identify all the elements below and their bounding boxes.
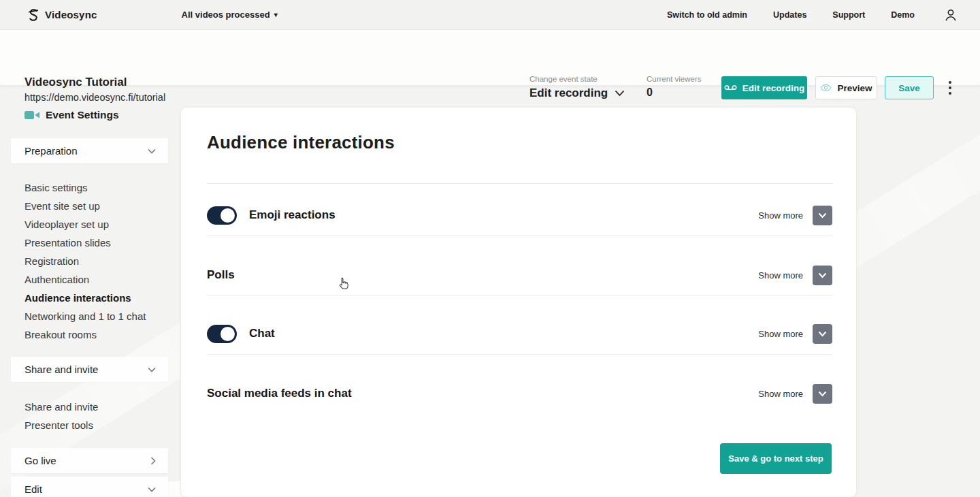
chat-toggle-on[interactable] [207,325,237,343]
edit-recording-button-label: Edit recording [742,83,805,93]
edit-recording-button[interactable]: Edit recording [721,76,807,99]
page-title: Audience interactions [207,132,395,153]
setting-row-emoji-reactions: Emoji reactions Show more [207,196,832,234]
divider [207,236,832,236]
divider [207,354,832,355]
sidebar-item-presentation-slides[interactable]: Presentation slides [24,234,146,252]
link-updates[interactable]: Updates [773,10,806,20]
link-support[interactable]: Support [832,10,865,20]
expand-chevron-button[interactable] [813,206,832,225]
save-and-next-step-label: Save & go to next step [728,453,823,464]
chevron-down-icon [148,148,156,154]
sidebar-item-registration[interactable]: Registration [24,252,146,270]
event-url[interactable]: https://demo.videosync.fi/tutorial [24,92,165,103]
expand-chevron-button[interactable] [813,324,832,344]
chevron-right-icon [150,457,156,465]
audience-interactions-panel: Audience interactions Emoji reactions Sh… [180,107,857,497]
videos-dropdown-label: All videos processed [182,10,270,20]
eye-icon [820,84,832,92]
brand-logo[interactable]: Videosync [27,7,97,22]
divider [207,183,832,184]
expand-chevron-button[interactable] [813,266,832,285]
save-and-next-step-button[interactable]: Save & go to next step [720,443,832,474]
show-more-link[interactable]: Show more [758,389,803,399]
sidebar-section-share-and-invite[interactable]: Share and invite [11,357,168,382]
event-settings-heading-label: Event Settings [46,109,119,121]
save-button-label: Save [898,83,920,93]
chevron-down-icon [148,487,156,492]
current-viewers-label: Current viewers [647,75,702,83]
row-label: Chat [249,327,275,340]
event-header: Videosync Tutorial https://demo.videosyn… [0,30,980,86]
hand-cursor-icon [337,276,350,295]
video-camera-icon [24,110,39,120]
videosync-admin-page: Videosync All videos processed ▾ Switch … [0,0,980,497]
save-button[interactable]: Save [885,76,934,99]
link-demo[interactable]: Demo [891,10,915,20]
settings-sidebar: Event Settings Preparation Basic setting… [0,86,170,497]
sidebar-item-audience-interactions[interactable]: Audience interactions [24,289,146,307]
sidebar-item-presenter-tools[interactable]: Presenter tools [24,416,98,434]
chevron-down-icon [818,212,827,219]
show-more-link[interactable]: Show more [758,210,803,221]
event-state-dropdown[interactable]: Edit recording [529,86,625,100]
sidebar-section-go-live[interactable]: Go live [11,448,168,473]
change-event-state-label: Change event state [529,75,598,83]
setting-row-chat: Chat Show more [207,315,832,353]
all-videos-processed-dropdown[interactable]: All videos processed ▾ [182,10,278,20]
section-edit-label: Edit [24,483,42,495]
section-share-label: Share and invite [24,364,98,375]
account-person-icon[interactable] [943,7,958,22]
sidebar-section-preparation[interactable]: Preparation [11,138,168,163]
share-items: Share and invite Presenter tools [24,398,98,434]
emoji-reactions-toggle-on[interactable] [207,206,237,225]
sidebar-item-videoplayer-set-up[interactable]: Videoplayer set up [24,215,146,234]
section-preparation-label: Preparation [24,145,78,157]
preview-button-label: Preview [837,83,872,93]
event-state-value: Edit recording [529,86,608,100]
link-switch-to-old-admin[interactable]: Switch to old admin [667,10,747,20]
setting-row-polls: Polls Show more [207,256,832,294]
row-label: Social media feeds in chat [207,387,352,400]
sidebar-item-breakout-rooms[interactable]: Breakout rooms [24,325,146,344]
sidebar-item-share-and-invite[interactable]: Share and invite [24,398,98,416]
event-title: Videosync Tutorial [24,76,127,89]
preparation-items: Basic settings Event site set up Videopl… [24,178,146,344]
brand-name: Videosync [45,9,97,20]
overflow-kebab-menu[interactable] [946,79,954,97]
chevron-down-icon [818,391,827,397]
chevron-down-icon [818,272,827,278]
row-label: Polls [207,268,235,282]
sidebar-item-event-site-set-up[interactable]: Event site set up [24,197,146,215]
sidebar-section-edit[interactable]: Edit [11,477,168,497]
sidebar-item-networking-1to1-chat[interactable]: Networking and 1 to 1 chat [24,307,146,325]
event-settings-heading: Event Settings [24,109,119,121]
topbar-links: Switch to old admin Updates Support Demo [667,7,958,22]
section-go-live-label: Go live [24,455,56,466]
top-navigation-bar: Videosync All videos processed ▾ Switch … [0,0,980,30]
divider [207,295,832,295]
sidebar-item-authentication[interactable]: Authentication [24,270,146,289]
caret-down-icon: ▾ [274,11,278,18]
voicemail-icon [724,84,737,92]
setting-row-social-media-feeds: Social media feeds in chat Show more [207,374,832,413]
row-label: Emoji reactions [249,208,336,222]
chevron-down-icon [818,331,827,337]
preview-button[interactable]: Preview [815,76,877,99]
current-viewers-count: 0 [647,86,653,99]
videosync-s-logo-icon [27,7,39,22]
expand-chevron-button[interactable] [813,384,832,404]
sidebar-item-basic-settings[interactable]: Basic settings [24,178,146,197]
show-more-link[interactable]: Show more [758,329,803,339]
chevron-down-icon [615,90,625,97]
show-more-link[interactable]: Show more [758,270,803,280]
chevron-down-icon [148,367,156,372]
